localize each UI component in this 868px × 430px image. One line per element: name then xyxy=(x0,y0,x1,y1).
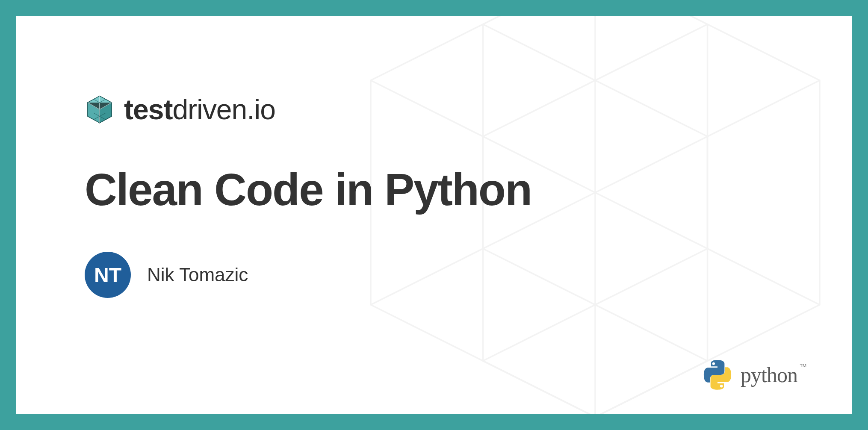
card: testdriven.io Clean Code in Python NT Ni… xyxy=(16,16,852,414)
outer-frame: testdriven.io Clean Code in Python NT Ni… xyxy=(0,0,868,430)
author-name: Nik Tomazic xyxy=(147,264,248,286)
trademark-symbol: ™ xyxy=(799,362,807,371)
python-badge: python™ xyxy=(702,359,807,390)
page-title: Clean Code in Python xyxy=(85,164,788,215)
brand-logo: testdriven.io xyxy=(85,93,788,126)
content-area: testdriven.io Clean Code in Python NT Ni… xyxy=(16,16,852,298)
brand-bold-part: test xyxy=(124,94,172,125)
python-label: python xyxy=(741,363,797,387)
brand-light-part: driven.io xyxy=(172,94,275,125)
python-icon xyxy=(702,359,733,390)
brand-text: testdriven.io xyxy=(124,93,275,126)
python-label-wrap: python™ xyxy=(741,362,807,387)
author-avatar: NT xyxy=(85,252,131,298)
author-block: NT Nik Tomazic xyxy=(85,252,788,298)
cube-icon xyxy=(85,94,115,124)
